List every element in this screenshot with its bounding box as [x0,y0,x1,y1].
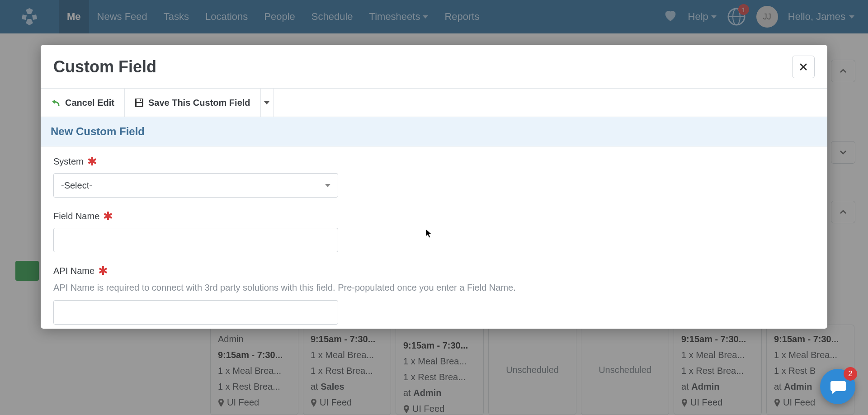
system-label: System✱ [53,156,815,167]
apiname-helper: API Name is required to connect with 3rd… [53,283,815,293]
undo-icon [51,98,61,107]
required-asterisk: ✱ [103,213,113,219]
field-system: System✱ -Select- [53,156,815,198]
svg-rect-10 [137,103,142,106]
mouse-cursor [425,229,433,239]
field-apiname: API Name✱ API Name is required to connec… [53,266,815,325]
save-dropdown-toggle[interactable] [261,89,274,117]
svg-rect-9 [140,99,141,101]
select-value: -Select- [61,180,92,191]
form-area: System✱ -Select- Field Name✱ API Name✱ A… [41,146,827,329]
required-asterisk: ✱ [87,159,97,165]
modal-header: Custom Field [41,45,827,88]
apiname-label: API Name✱ [53,266,815,276]
fieldname-input[interactable] [53,228,338,252]
field-fieldname: Field Name✱ [53,211,815,252]
required-asterisk: ✱ [98,268,108,274]
custom-field-modal: Custom Field Cancel Edit Save This Custo… [41,45,827,329]
close-button[interactable] [792,56,815,78]
chat-launcher[interactable]: 2 [820,369,855,404]
chat-badge: 2 [844,367,857,381]
section-header: New Custom Field [41,117,827,146]
chat-icon [829,377,847,396]
chevron-down-icon [325,184,330,187]
modal-toolbar: Cancel Edit Save This Custom Field [41,88,827,117]
fieldname-label: Field Name✱ [53,211,815,222]
save-button[interactable]: Save This Custom Field [125,89,261,117]
modal-title: Custom Field [53,57,156,76]
system-select[interactable]: -Select- [53,173,338,198]
save-icon [135,98,144,107]
apiname-input[interactable] [53,300,338,325]
chevron-down-icon [264,101,269,104]
close-icon [799,62,808,71]
svg-rect-8 [137,99,142,102]
cancel-edit-button[interactable]: Cancel Edit [41,89,125,117]
